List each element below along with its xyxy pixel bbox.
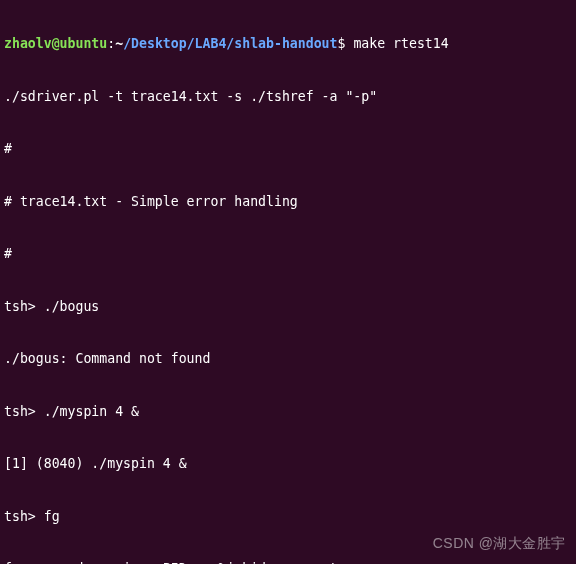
output-line: # bbox=[4, 245, 572, 263]
output-line: tsh> fg bbox=[4, 508, 572, 526]
watermark: CSDN @湖大金胜宇 bbox=[433, 535, 566, 553]
output-line: ./sdriver.pl -t trace14.txt -s ./tshref … bbox=[4, 88, 572, 106]
prompt-line: zhaolv@ubuntu:~/Desktop/LAB4/shlab-hando… bbox=[4, 35, 572, 53]
prompt-tilde: ~ bbox=[115, 36, 123, 51]
output-line: # trace14.txt - Simple error handling bbox=[4, 193, 572, 211]
output-line: [1] (8040) ./myspin 4 & bbox=[4, 455, 572, 473]
prompt-user: zhaolv@ubuntu bbox=[4, 36, 107, 51]
prompt-dollar: $ bbox=[338, 36, 354, 51]
output-line: # bbox=[4, 140, 572, 158]
output-line: fg command requires PID or %jobid argume… bbox=[4, 560, 572, 564]
output-line: tsh> ./myspin 4 & bbox=[4, 403, 572, 421]
prompt-path: /Desktop/LAB4/shlab-handout bbox=[123, 36, 337, 51]
prompt-sep: : bbox=[107, 36, 115, 51]
output-line: ./bogus: Command not found bbox=[4, 350, 572, 368]
terminal-window[interactable]: zhaolv@ubuntu:~/Desktop/LAB4/shlab-hando… bbox=[0, 0, 576, 564]
output-line: tsh> ./bogus bbox=[4, 298, 572, 316]
shell-command: make rtest14 bbox=[353, 36, 448, 51]
